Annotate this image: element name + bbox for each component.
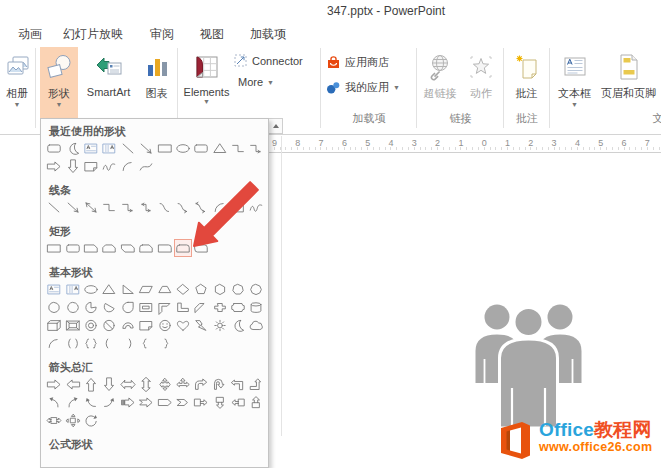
shape-round-same-side-corner-rectangle[interactable] (174, 239, 192, 257)
shape-diagonal-stripe[interactable] (192, 298, 210, 316)
shape-moon[interactable] (229, 316, 247, 334)
shape-no-symbol[interactable] (100, 316, 118, 334)
shape-heart[interactable] (174, 316, 192, 334)
tab-animations[interactable]: 动画 (18, 26, 42, 43)
shape-left-up-arrow[interactable] (229, 375, 247, 393)
tab-slideshow[interactable]: 幻灯片放映 (63, 26, 123, 43)
shape-line[interactable] (119, 139, 137, 157)
chart-button[interactable]: 图表 (138, 47, 175, 129)
shape-line[interactable] (45, 198, 63, 216)
more-button[interactable]: More ▼ (238, 76, 274, 88)
shape-can[interactable] (247, 298, 265, 316)
shape-text-box[interactable] (45, 280, 63, 298)
shape-up-down-arrow[interactable] (137, 375, 155, 393)
shape-right-arrow-callout[interactable] (192, 393, 210, 411)
shape-hexagon[interactable] (211, 280, 229, 298)
shape-left-arrow-callout[interactable] (229, 393, 247, 411)
shape-up-arrow-callout[interactable] (247, 393, 265, 411)
shapes-button[interactable]: 形状 ▼ (40, 47, 78, 129)
shape-plaque[interactable] (229, 298, 247, 316)
shape-pentagon[interactable] (192, 280, 210, 298)
shape-right-brace[interactable] (155, 334, 173, 352)
shape-isosceles-triangle[interactable] (100, 280, 118, 298)
shape-scribble[interactable] (100, 157, 118, 175)
shape-right-bracket[interactable] (119, 334, 137, 352)
shape-down-arrow[interactable] (100, 375, 118, 393)
shape-vertical-text-box[interactable] (63, 280, 81, 298)
shape-snip-round-single-corner-rectangle[interactable] (137, 239, 155, 257)
shape-elbow-connector[interactable] (229, 139, 247, 157)
shape-round-diagonal-corner-rectangle[interactable] (192, 239, 210, 257)
connector-button[interactable]: Connector (233, 53, 303, 68)
shape-u-turn-arrow[interactable] (211, 375, 229, 393)
shape-curved-double-arrow-connector[interactable] (192, 198, 210, 216)
shape-right-triangle[interactable] (119, 280, 137, 298)
shape-line-arrow[interactable] (63, 198, 81, 216)
shape-folded-corner[interactable] (82, 157, 100, 175)
shape-snip-single-corner-rectangle[interactable] (82, 239, 100, 257)
shape-smiley-face[interactable] (155, 316, 173, 334)
shape-pie[interactable] (82, 298, 100, 316)
shape-left-brace[interactable] (137, 334, 155, 352)
tab-addins[interactable]: 加载项 (250, 26, 286, 43)
shape-rounded-rectangle[interactable] (63, 239, 81, 257)
text-box-button[interactable]: 文本框 ▼ (552, 47, 597, 129)
shape-curved-down-arrow[interactable] (100, 393, 118, 411)
shape-folded-corner[interactable] (137, 316, 155, 334)
shape-left-bracket[interactable] (100, 334, 118, 352)
shape-oval[interactable] (82, 280, 100, 298)
shape-snip-same-side-corner-rectangle[interactable] (100, 239, 118, 257)
app-store-button[interactable]: 应用商店 (326, 55, 389, 70)
shape-curve[interactable] (137, 157, 155, 175)
shape-arc[interactable] (45, 334, 63, 352)
shape-sun[interactable] (211, 316, 229, 334)
shape-elbow-arrow-connector[interactable] (247, 139, 265, 157)
shape-left-right-arrow[interactable] (119, 375, 137, 393)
shape-trapezoid[interactable] (155, 280, 173, 298)
shape-text-box[interactable] (82, 139, 100, 157)
shape-l-shape[interactable] (174, 298, 192, 316)
shape-arc[interactable] (119, 157, 137, 175)
shape-curved-connector[interactable] (155, 198, 173, 216)
shape-cross[interactable] (211, 298, 229, 316)
shape-cloud[interactable] (247, 316, 265, 334)
shape-freeform[interactable] (229, 198, 247, 216)
elements-button[interactable]: Elements ▼ (181, 47, 232, 129)
shape-bevel[interactable] (63, 316, 81, 334)
smartart-button[interactable]: SmartArt (80, 47, 137, 129)
shape-line-double-arrow[interactable] (82, 198, 100, 216)
shape-curved-up-arrow[interactable] (82, 393, 100, 411)
people-clipart[interactable] (472, 301, 585, 428)
shape-double-bracket[interactable] (63, 334, 81, 352)
shape-snip-diagonal-corner-rectangle[interactable] (119, 239, 137, 257)
shape-down-arrow[interactable] (63, 157, 81, 175)
shape-quad-arrow-callout[interactable] (63, 411, 81, 429)
shape-left-arrow[interactable] (63, 375, 81, 393)
shape-elbow-connector[interactable] (100, 198, 118, 216)
my-apps-button[interactable]: 我的应用 ▼ (326, 80, 400, 95)
shape-parallelogram[interactable] (137, 280, 155, 298)
shape-line-arrow[interactable] (137, 139, 155, 157)
shape-oval[interactable] (174, 139, 192, 157)
shape-dodecagon[interactable] (63, 298, 81, 316)
tab-view[interactable]: 视图 (200, 26, 224, 43)
shape-bent-arrow[interactable] (192, 375, 210, 393)
shape-double-brace[interactable] (82, 334, 100, 352)
shape-circular-arrow[interactable] (82, 411, 100, 429)
shape-arc[interactable] (211, 198, 229, 216)
shape-rectangle[interactable] (155, 139, 173, 157)
shape-octagon[interactable] (247, 280, 265, 298)
shape-lightning-bolt[interactable] (192, 316, 210, 334)
shape-donut[interactable] (82, 316, 100, 334)
shape-teardrop[interactable] (119, 298, 137, 316)
shape-chevron-arrow[interactable] (174, 393, 192, 411)
shape-rounded-rectangle[interactable] (45, 139, 63, 157)
shape-rectangle[interactable] (45, 239, 63, 257)
shape-right-arrow[interactable] (45, 157, 63, 175)
tab-review[interactable]: 审阅 (150, 26, 174, 43)
shape-isosceles-triangle[interactable] (211, 139, 229, 157)
shape-chord[interactable] (100, 298, 118, 316)
shape-round-single-corner-rectangle[interactable] (155, 239, 173, 257)
shape-curved-right-arrow[interactable] (63, 393, 81, 411)
shape-down-arrow-callout[interactable] (211, 393, 229, 411)
